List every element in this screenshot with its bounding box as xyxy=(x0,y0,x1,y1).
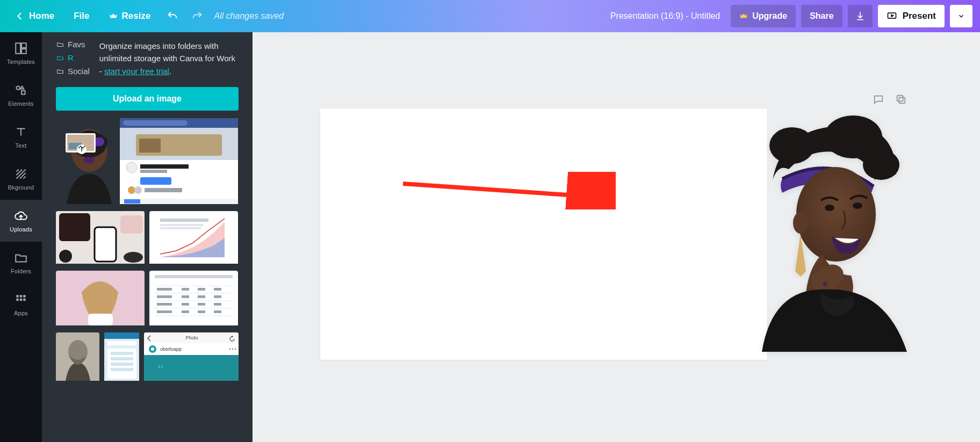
rail-apps-label: Apps xyxy=(14,310,28,316)
download-button[interactable] xyxy=(848,5,873,27)
resize-menu[interactable]: Resize xyxy=(99,0,161,32)
redo-button[interactable] xyxy=(185,0,210,32)
rail-uploads-label: Uploads xyxy=(10,226,32,233)
svg-rect-81 xyxy=(111,368,133,371)
upload-thumb[interactable] xyxy=(56,118,115,206)
upload-thumb[interactable]: Photo oberloapp “ xyxy=(144,332,239,383)
svg-point-103 xyxy=(823,282,827,286)
svg-rect-80 xyxy=(111,363,133,366)
crown-icon xyxy=(109,12,118,20)
comments-button[interactable] xyxy=(873,93,884,107)
svg-rect-50 xyxy=(155,275,233,278)
svg-rect-44 xyxy=(160,224,203,226)
present-button[interactable]: Present xyxy=(878,5,945,27)
upload-thumb[interactable] xyxy=(149,211,238,266)
placed-image[interactable] xyxy=(740,115,907,352)
rail-text-label: Text xyxy=(16,142,27,149)
svg-text:Photo: Photo xyxy=(185,335,198,340)
apps-icon xyxy=(14,293,28,307)
svg-rect-57 xyxy=(157,295,172,298)
upload-image-button[interactable]: Upload an image xyxy=(56,87,239,111)
rail-folders-label: Folders xyxy=(11,268,31,274)
folder-highlighted-label: R xyxy=(68,53,74,62)
uploads-icon xyxy=(14,209,28,223)
table-image-icon xyxy=(149,271,238,325)
rail-text[interactable]: Text xyxy=(0,116,42,158)
present-options-button[interactable] xyxy=(950,5,972,27)
duplicate-page-button[interactable] xyxy=(895,93,907,107)
undo-button[interactable] xyxy=(160,0,185,32)
chevron-down-icon xyxy=(957,12,965,20)
rail-uploads[interactable]: Uploads xyxy=(0,200,42,242)
svg-point-87 xyxy=(151,347,154,351)
upload-thumb[interactable] xyxy=(104,332,139,383)
svg-rect-48 xyxy=(88,314,113,325)
drag-preview xyxy=(66,133,92,155)
rail-elements[interactable]: Elements xyxy=(0,74,42,116)
promo-link[interactable]: start your free trial xyxy=(104,67,169,76)
download-icon xyxy=(855,11,866,21)
rail-apps[interactable]: Apps xyxy=(0,284,42,325)
svg-rect-63 xyxy=(182,295,189,298)
presentation-icon xyxy=(887,11,897,21)
templates-icon xyxy=(14,41,28,55)
rail-bkground[interactable]: Bkground xyxy=(0,158,42,200)
share-button[interactable]: Share xyxy=(801,5,842,27)
svg-rect-79 xyxy=(111,357,133,360)
svg-rect-70 xyxy=(198,310,205,313)
svg-point-27 xyxy=(126,162,137,173)
svg-rect-94 xyxy=(899,97,905,103)
instagram-post-icon: Photo oberloapp “ xyxy=(144,332,239,381)
canvas-stage[interactable] xyxy=(253,32,980,442)
upload-thumb[interactable] xyxy=(56,271,145,328)
folder-favs-label: Favs xyxy=(68,40,85,49)
document-title[interactable]: Presentation (16:9) - Untitled xyxy=(610,11,720,21)
svg-rect-3 xyxy=(21,43,26,48)
chevron-left-icon xyxy=(15,11,25,21)
flatlay-photo-icon xyxy=(56,211,145,264)
svg-rect-60 xyxy=(182,288,189,291)
duplicate-icon xyxy=(895,93,907,105)
folder-highlighted[interactable]: R xyxy=(56,53,90,62)
redo-icon xyxy=(191,10,203,22)
svg-rect-39 xyxy=(95,227,116,262)
upload-image-label: Upload an image xyxy=(113,94,182,104)
svg-rect-95 xyxy=(897,96,903,102)
folders-icon xyxy=(14,251,28,265)
svg-rect-43 xyxy=(160,219,208,222)
file-menu[interactable]: File xyxy=(64,0,99,32)
rail-bkground-label: Bkground xyxy=(8,184,34,191)
rail-templates[interactable]: Templates xyxy=(0,32,42,74)
upload-thumb[interactable] xyxy=(120,118,238,206)
folder-icon xyxy=(56,68,64,75)
svg-rect-68 xyxy=(214,303,221,306)
svg-rect-75 xyxy=(104,332,139,339)
slide-canvas[interactable] xyxy=(320,108,767,360)
share-label: Share xyxy=(810,11,833,21)
svg-rect-11 xyxy=(20,299,22,301)
svg-rect-29 xyxy=(140,170,167,173)
folder-social[interactable]: Social xyxy=(56,67,90,76)
social-preview-icon xyxy=(120,118,238,204)
upgrade-button[interactable]: Upgrade xyxy=(731,5,796,27)
save-status: All changes saved xyxy=(214,11,284,21)
upload-thumb[interactable] xyxy=(56,332,99,383)
svg-rect-67 xyxy=(198,303,205,306)
svg-rect-56 xyxy=(157,288,172,291)
svg-rect-65 xyxy=(214,295,221,298)
rail-folders[interactable]: Folders xyxy=(0,242,42,284)
folder-social-label: Social xyxy=(68,67,90,76)
crown-icon xyxy=(739,12,748,20)
svg-point-31 xyxy=(128,186,135,194)
left-rail: Templates Elements Text Bkground Uploads… xyxy=(0,32,42,442)
svg-point-100 xyxy=(793,212,808,234)
folder-favs[interactable]: Favs xyxy=(56,40,90,49)
mobile-settings-icon xyxy=(104,332,139,381)
svg-rect-71 xyxy=(214,310,221,313)
svg-rect-59 xyxy=(157,310,172,313)
upload-thumb[interactable] xyxy=(149,271,238,328)
svg-rect-30 xyxy=(140,177,171,185)
side-panel: Favs R Social Organize images into folde… xyxy=(42,32,253,442)
upload-thumb[interactable] xyxy=(56,211,145,266)
home-button[interactable]: Home xyxy=(5,0,64,32)
